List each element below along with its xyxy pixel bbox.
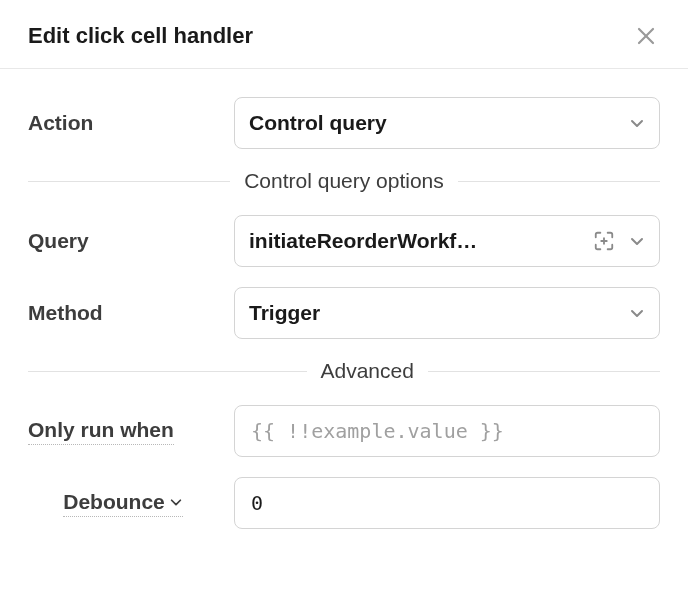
debounce-input-wrapper[interactable]: [234, 477, 660, 529]
query-label: Query: [28, 229, 218, 253]
method-label: Method: [28, 301, 218, 325]
action-label: Action: [28, 111, 218, 135]
section-advanced-label: Advanced: [321, 359, 414, 383]
section-advanced: Advanced: [28, 359, 660, 383]
close-icon: [636, 26, 656, 46]
query-select[interactable]: initiateReorderWorkf…: [234, 215, 660, 267]
panel-title: Edit click cell handler: [28, 23, 253, 49]
chevron-down-icon: [629, 233, 645, 249]
only-run-when-input-wrapper[interactable]: [234, 405, 660, 457]
only-run-when-row: Only run when: [28, 405, 660, 457]
chevron-down-icon: [169, 495, 183, 509]
method-select-value: Trigger: [249, 301, 621, 325]
chevron-down-icon: [629, 305, 645, 321]
panel-body: Action Control query Control query optio…: [0, 69, 688, 529]
scan-icon: [593, 230, 615, 252]
only-run-when-input[interactable]: [249, 418, 645, 444]
edit-handler-panel: Edit click cell handler Action Control q…: [0, 0, 688, 610]
action-row: Action Control query: [28, 97, 660, 149]
debounce-label-dropdown[interactable]: Debounce: [63, 490, 183, 517]
close-button[interactable]: [632, 22, 660, 50]
debounce-input[interactable]: [249, 490, 645, 516]
section-control-query-options: Control query options: [28, 169, 660, 193]
debounce-label-text: Debounce: [63, 490, 165, 514]
method-row: Method Trigger: [28, 287, 660, 339]
section-control-label: Control query options: [244, 169, 444, 193]
debounce-row: Debounce: [28, 477, 660, 529]
action-select-value: Control query: [249, 111, 621, 135]
panel-header: Edit click cell handler: [0, 0, 688, 69]
only-run-when-label: Only run when: [28, 418, 218, 445]
query-row: Query initiateReorderWorkf…: [28, 215, 660, 267]
action-select[interactable]: Control query: [234, 97, 660, 149]
chevron-down-icon: [629, 115, 645, 131]
query-select-value: initiateReorderWorkf…: [249, 229, 585, 253]
method-select[interactable]: Trigger: [234, 287, 660, 339]
